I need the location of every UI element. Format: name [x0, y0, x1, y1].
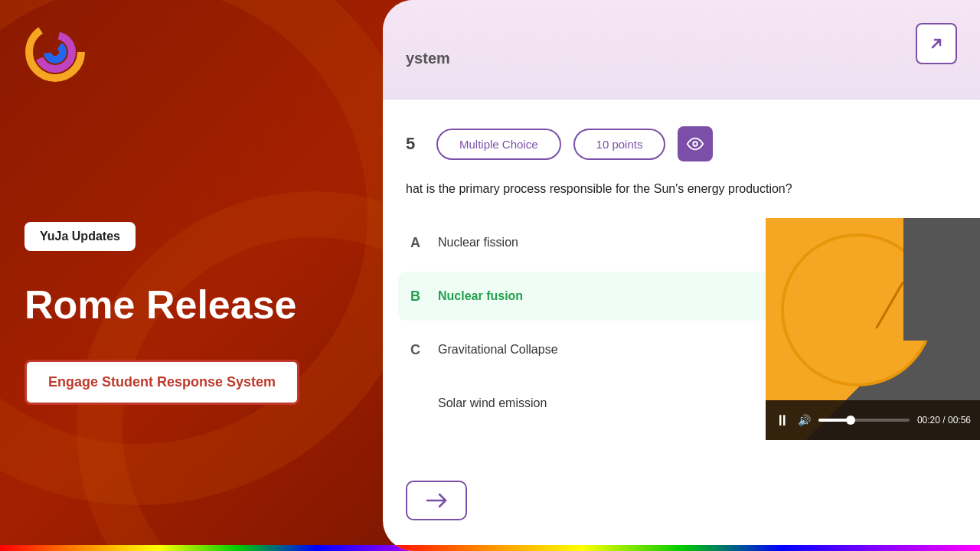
svg-point-2 [47, 44, 63, 60]
header-partial-text: ystem [406, 50, 450, 67]
time-separator: / [942, 415, 948, 425]
video-controls[interactable]: ⏸ 🔊 00:20 / 00:56 [766, 400, 980, 440]
yuja-badge-label: YuJa Updates [40, 230, 120, 243]
top-right-icon-button[interactable] [916, 23, 957, 64]
rome-release-title: Rome Release [24, 283, 297, 327]
yuja-badge: YuJa Updates [24, 222, 136, 251]
question-type-button[interactable]: Multiple Choice [436, 129, 561, 160]
answer-letter-c: C [410, 342, 426, 358]
volume-icon[interactable]: 🔊 [798, 414, 811, 426]
points-button[interactable]: 10 points [573, 129, 666, 160]
engage-button-label: Engage Student Response System [48, 374, 276, 390]
svg-point-3 [694, 142, 698, 146]
eye-button[interactable] [678, 126, 713, 161]
progress-bar[interactable] [818, 419, 910, 422]
total-time: 00:56 [948, 415, 971, 425]
arrow-icon [927, 34, 946, 53]
answer-letter-b: B [410, 289, 426, 305]
current-time: 00:20 [917, 415, 940, 425]
clock-hand [875, 282, 904, 329]
question-text: hat is the primary process responsible f… [406, 180, 957, 198]
pause-icon[interactable]: ⏸ [775, 412, 790, 429]
next-arrow-icon [426, 493, 447, 508]
nav-arrow-button[interactable] [406, 481, 467, 520]
progress-dot [846, 416, 855, 425]
rainbow-bar-right [383, 545, 980, 551]
question-number: 5 [406, 134, 424, 154]
dark-overlay [903, 218, 980, 341]
eye-icon [687, 135, 704, 152]
svg-point-1 [38, 35, 72, 69]
quiz-header: ystem [383, 0, 980, 99]
right-panel: ystem 5 Multiple Choice 10 points hat is… [383, 0, 980, 551]
answer-letter-a: A [410, 235, 426, 251]
video-time: 00:20 / 00:56 [917, 415, 971, 425]
logo [24, 21, 86, 83]
video-area: ⏸ 🔊 00:20 / 00:56 [766, 218, 980, 440]
question-controls: 5 Multiple Choice 10 points [406, 126, 957, 161]
engage-button[interactable]: Engage Student Response System [24, 360, 299, 405]
